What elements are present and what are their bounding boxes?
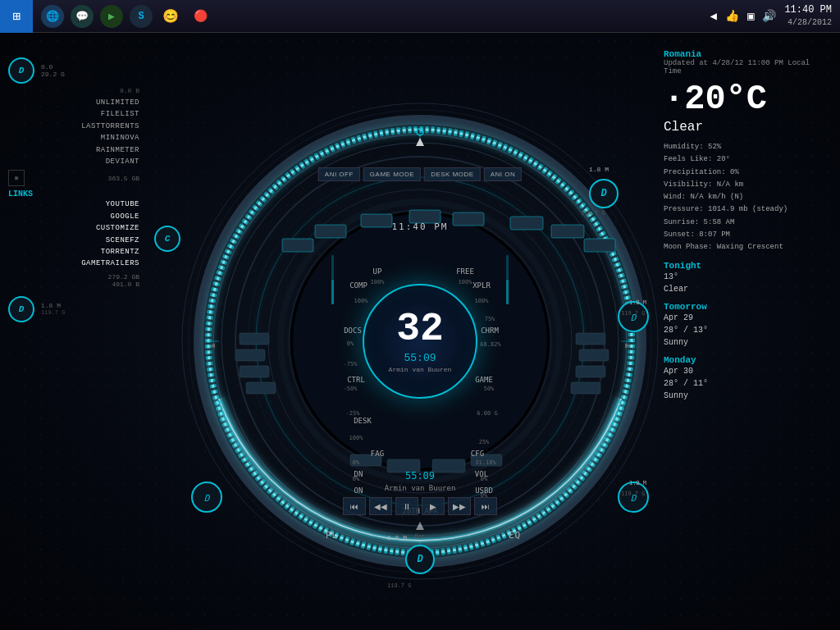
taskbar: ⊞ 🌐 💬 ▶ S 😊 🔴 ◀ 👍 ▣ 🔊 11:40 PM 4/28/2012 — [0, 0, 840, 33]
svg-text:XPLR: XPLR — [472, 281, 491, 290]
thumbs-up-icon[interactable]: 👍 — [725, 9, 739, 23]
svg-text:0%: 0% — [347, 340, 354, 347]
svg-rect-32 — [576, 333, 605, 345]
precipitation: Precipitation: 0% — [664, 167, 828, 179]
left-storage2: 279.2 GB — [8, 273, 139, 281]
left-scenefz[interactable]: SCENEFZ — [8, 235, 139, 246]
svg-rect-28 — [240, 333, 269, 345]
svg-rect-16 — [510, 217, 543, 230]
desk-mode-button[interactable]: DESK MODE — [424, 167, 481, 181]
svg-text:-50%: -50% — [344, 386, 358, 392]
monday-date: Apr 30 — [664, 365, 828, 377]
left-unlimited[interactable]: UNLIMITED — [8, 97, 139, 108]
taskbar-skype-icon[interactable]: S — [130, 5, 153, 28]
tomorrow-temp: 28° / 13° — [664, 324, 828, 336]
svg-text:100%: 100% — [475, 298, 490, 304]
left-mininova[interactable]: MININOVA — [8, 132, 139, 144]
left-google[interactable]: GOOGLE — [8, 211, 139, 222]
right-d-top-size: 1.8 M 119.7 G — [589, 179, 619, 208]
svg-rect-39 — [506, 280, 509, 304]
emoji-icon: 😊 — [162, 8, 179, 25]
back-arrow-icon[interactable]: ◀ — [710, 9, 717, 23]
ani-on-button[interactable]: ANI ON — [484, 167, 523, 181]
svg-text:6.00 G: 6.00 G — [477, 410, 497, 417]
weather-condition: Clear — [664, 120, 828, 135]
svg-text:DESK: DESK — [354, 417, 372, 425]
monday-condition: Sunny — [664, 390, 828, 402]
svg-text:100%: 100% — [349, 435, 364, 441]
tonight-temp: 13° — [664, 271, 828, 283]
browser-icon: 🌐 — [46, 10, 59, 23]
svg-text:100%: 100% — [371, 279, 386, 285]
svg-text:0%: 0% — [353, 476, 360, 482]
svg-rect-31 — [246, 382, 276, 394]
bottom-center-d-indicator: D — [405, 545, 435, 574]
svg-text:119.7 G: 119.7 G — [621, 491, 646, 497]
ani-off-button[interactable]: ANI OFF — [318, 167, 360, 181]
track-time: 55:09 — [404, 352, 436, 364]
prev-track-button[interactable]: ⏮ — [343, 497, 366, 515]
svg-text:GAME: GAME — [475, 376, 493, 384]
game-mode-button[interactable]: GAME MODE — [363, 167, 421, 181]
play-button[interactable]: ▶ — [422, 497, 445, 515]
bottom-d-size: 1.8 M — [387, 534, 407, 541]
left-bottom-d-indicator: D — [8, 296, 34, 322]
pause-button[interactable]: ⏸ — [395, 497, 418, 515]
taskbar-right: ◀ 👍 ▣ 🔊 11:40 PM 4/28/2012 — [702, 4, 840, 28]
svg-text:EQ: EQ — [509, 530, 521, 541]
left-storage-bottom: 363.5 GB — [108, 175, 139, 182]
svg-rect-21 — [361, 214, 392, 227]
svg-text:1.8 M: 1.8 M — [629, 480, 646, 486]
monday-label: Monday — [664, 355, 828, 365]
clock-display: 11:40 PM 4/28/2012 — [784, 4, 832, 28]
fast-forward-button[interactable]: ▶▶ — [448, 497, 471, 515]
hud-top-buttons: ANI OFF GAME MODE DESK MODE ANI ON — [318, 167, 522, 181]
left-youtube[interactable]: YOUTUBE — [8, 199, 139, 210]
taskbar-app-icon[interactable]: 🔴 — [189, 5, 212, 28]
svg-rect-29 — [235, 349, 265, 361]
feels-like: Feels Like: 20° — [664, 153, 828, 166]
rewind-button[interactable]: ◀◀ — [369, 497, 392, 515]
left-customize[interactable]: CUSTOMIZE — [8, 222, 139, 234]
tomorrow-date: Apr 29 — [664, 312, 828, 324]
left-torrentz[interactable]: TORRENTZ — [8, 246, 139, 258]
svg-rect-34 — [576, 366, 605, 377]
left-deviant[interactable]: DEVIANT — [8, 156, 139, 167]
svg-text:25%: 25% — [479, 439, 490, 445]
volume-icon[interactable]: 🔊 — [762, 9, 776, 23]
svg-text:119.7 G: 119.7 G — [621, 310, 646, 317]
tonight-condition: Clear — [664, 283, 828, 295]
tonight-forecast: Tonight 13° Clear — [664, 261, 828, 295]
taskbar-media-icon[interactable]: ▶ — [100, 5, 123, 28]
left-storage3: 491.0 B — [8, 281, 139, 288]
time-display: 11:40 PM — [784, 4, 832, 17]
taskbar-chat-icon[interactable]: 💬 — [71, 5, 94, 28]
svg-rect-17 — [551, 225, 584, 238]
weather-updated: Updated at 4/28/12 11:00 PM Local Time — [664, 59, 828, 75]
svg-text:PL: PL — [326, 530, 338, 541]
sunset: Sunset: 8:07 PM — [664, 229, 828, 241]
svg-text:-25%: -25% — [346, 410, 361, 417]
display-icon[interactable]: ▣ — [747, 9, 754, 23]
svg-rect-22 — [315, 225, 346, 238]
left-panel: D 0.0 29.2 G 0.0 B UNLIMITED FILELIST LA… — [8, 57, 139, 322]
svg-text:0%: 0% — [353, 459, 360, 466]
svg-rect-19 — [453, 212, 484, 226]
left-filelist[interactable]: FILELIST — [8, 108, 139, 120]
left-rainmeter[interactable]: RAINMETER — [8, 144, 139, 156]
svg-text:-75%: -75% — [344, 361, 358, 368]
taskbar-emoji-icon[interactable]: 😊 — [159, 5, 182, 28]
left-storage-icon: ▣ — [8, 170, 25, 186]
left-lasttorrents[interactable]: LASTTORRENTS — [8, 121, 139, 132]
svg-rect-35 — [571, 382, 600, 394]
wind: Wind: N/A km/h (N) — [664, 191, 828, 203]
links-label: Links — [8, 189, 139, 199]
cpu-value: 32 — [396, 309, 444, 349]
svg-rect-37 — [331, 280, 334, 304]
next-track-button[interactable]: ⏭ — [474, 497, 497, 515]
taskbar-browser-icon[interactable]: 🌐 — [41, 5, 64, 28]
svg-text:FREE: FREE — [456, 267, 474, 276]
start-button[interactable]: ⊞ — [0, 0, 33, 33]
left-gametrailers[interactable]: GAMETRAILERS — [8, 258, 139, 269]
svg-text:100%: 100% — [354, 298, 369, 304]
